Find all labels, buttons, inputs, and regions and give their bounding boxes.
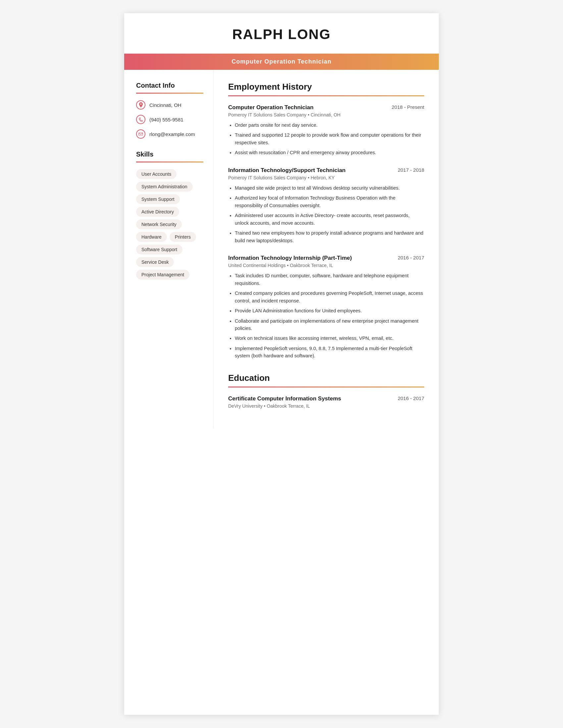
contact-email: rlong@example.com [136, 129, 203, 139]
email-text: rlong@example.com [149, 131, 195, 137]
sidebar: Contact Info Cincinnati, OH (940) 555-95… [124, 70, 213, 429]
job-title: Computer Operation Technician [231, 58, 332, 65]
location-icon [136, 100, 145, 110]
phone-text: (940) 555-9581 [149, 117, 183, 122]
job-bullets: Task includes ID number, computer, softw… [228, 272, 424, 360]
job-title: Information Technology/Support Technicia… [228, 167, 346, 174]
job-bullet: Authorized key focal of Information Tech… [235, 194, 424, 209]
contact-phone: (940) 555-9581 [136, 115, 203, 124]
job-company: United Continental Holdings • Oakbrook T… [228, 263, 424, 268]
job-bullet: Implemented PeopleSoft versions, 9.0, 8.… [235, 345, 424, 360]
skill-tag: User Accounts [136, 169, 176, 179]
job-dates: 2017 - 2018 [398, 167, 424, 173]
edu-school: DeVry University • Oakbrook Terrace, IL [228, 403, 424, 409]
education-title: Education [228, 373, 424, 383]
job-dates: 2016 - 2017 [398, 255, 424, 260]
title-bar: Computer Operation Technician [124, 54, 439, 70]
skill-tag: System Support [136, 194, 180, 204]
edu-container: Certificate Computer Information Systems… [228, 395, 424, 409]
skill-tag: System Administration [136, 182, 193, 192]
skill-tag: Active Directory [136, 207, 179, 217]
contact-divider [136, 93, 203, 94]
skill-tag: Project Management [136, 270, 189, 280]
edu-dates: 2016 - 2017 [398, 395, 424, 401]
skills-section: Skills User AccountsSystem Administratio… [136, 151, 203, 280]
skill-tag: Network Security [136, 219, 182, 229]
location-text: Cincinnati, OH [149, 102, 181, 108]
job-bullet: Assist with resuscitation / CPR and emer… [235, 149, 424, 156]
edu-title: Certificate Computer Information Systems [228, 395, 341, 402]
resume-container: RALPH LONG Computer Operation Technician… [124, 13, 439, 715]
edu-entry: Certificate Computer Information Systems… [228, 395, 424, 409]
job-bullet: Administered user accounts in Active Dir… [235, 212, 424, 227]
phone-icon [136, 115, 145, 124]
education-divider [228, 387, 424, 387]
skill-tags-container: User AccountsSystem AdministrationSystem… [136, 169, 203, 280]
skill-tag: Software Support [136, 245, 182, 254]
job-bullet: Order parts onsite for next day service. [235, 121, 424, 129]
candidate-name: RALPH LONG [131, 26, 432, 42]
skill-tag: Hardware [136, 232, 167, 242]
job-bullet: Created company policies and procedures … [235, 290, 424, 304]
job-bullet: Trained and supported 12 people to provi… [235, 131, 424, 146]
svg-rect-0 [139, 133, 143, 135]
job-title: Information Technology Internship (Part-… [228, 255, 352, 261]
job-title: Computer Operation Technician [228, 104, 314, 111]
header-section: RALPH LONG [124, 13, 439, 49]
job-bullet: Work on technical issues like accessing … [235, 335, 424, 342]
job-dates: 2018 - Present [392, 104, 424, 110]
job-entry: Computer Operation Technician2018 - Pres… [228, 104, 424, 157]
job-bullet: Managed site wide project to test all Wi… [235, 184, 424, 192]
skill-tag: Printers [169, 232, 196, 242]
contact-location: Cincinnati, OH [136, 100, 203, 110]
body-section: Contact Info Cincinnati, OH (940) 555-95… [124, 70, 439, 429]
job-entry: Information Technology Internship (Part-… [228, 255, 424, 360]
employment-section: Employment History Computer Operation Te… [228, 82, 424, 360]
job-bullet: Provide LAN Administration functions for… [235, 307, 424, 314]
contact-section-title: Contact Info [136, 82, 203, 89]
job-company: Pomeroy IT Solutions Sales Company • Cin… [228, 112, 424, 117]
employment-title: Employment History [228, 82, 424, 92]
job-bullet: Collaborate and participate on implement… [235, 317, 424, 332]
job-bullets: Managed site wide project to test all Wi… [228, 184, 424, 244]
job-bullet: Task includes ID number, computer, softw… [235, 272, 424, 287]
jobs-container: Computer Operation Technician2018 - Pres… [228, 104, 424, 360]
job-entry: Information Technology/Support Technicia… [228, 167, 424, 244]
employment-divider [228, 95, 424, 96]
skills-section-title: Skills [136, 151, 203, 158]
skill-tag: Service Desk [136, 257, 174, 267]
job-bullet: Trained two new employees how to properl… [235, 229, 424, 244]
main-content: Employment History Computer Operation Te… [213, 70, 439, 429]
job-bullets: Order parts onsite for next day service.… [228, 121, 424, 157]
education-section: Education Certificate Computer Informati… [228, 373, 424, 409]
skills-divider [136, 161, 203, 162]
email-icon [136, 129, 145, 139]
job-company: Pomeroy IT Solutions Sales Company • Heb… [228, 175, 424, 180]
